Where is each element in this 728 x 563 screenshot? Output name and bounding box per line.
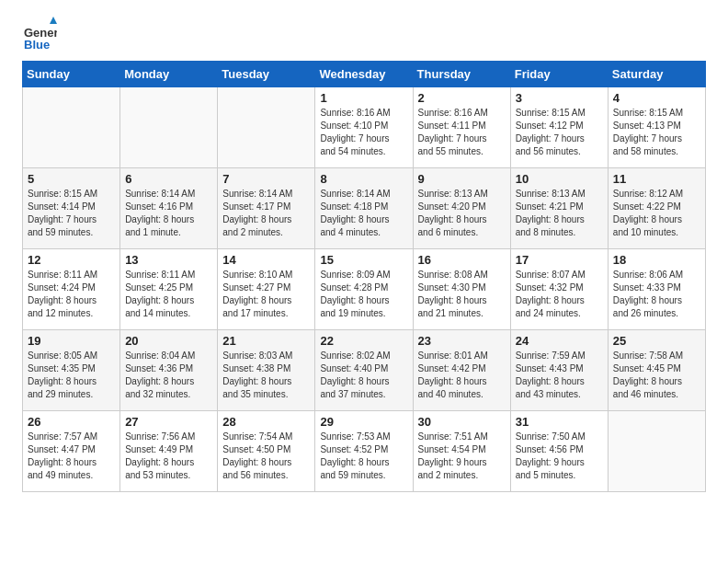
weekday-header-tuesday: Tuesday [218, 62, 315, 87]
calendar-cell: 27Sunrise: 7:56 AM Sunset: 4:49 PM Dayli… [120, 411, 218, 492]
day-number: 17 [516, 253, 603, 267]
calendar-cell: 2Sunrise: 8:16 AM Sunset: 4:11 PM Daylig… [413, 87, 510, 168]
calendar-cell: 6Sunrise: 8:14 AM Sunset: 4:16 PM Daylig… [120, 168, 218, 249]
day-info: Sunrise: 8:03 AM Sunset: 4:38 PM Dayligh… [222, 350, 310, 401]
calendar-cell: 17Sunrise: 8:07 AM Sunset: 4:32 PM Dayli… [510, 249, 608, 330]
week-row-0: 1Sunrise: 8:16 AM Sunset: 4:10 PM Daylig… [23, 87, 706, 168]
day-info: Sunrise: 8:13 AM Sunset: 4:21 PM Dayligh… [516, 188, 603, 239]
calendar-cell: 26Sunrise: 7:57 AM Sunset: 4:47 PM Dayli… [23, 411, 120, 492]
day-number: 30 [418, 415, 506, 429]
day-info: Sunrise: 8:12 AM Sunset: 4:22 PM Dayligh… [613, 188, 700, 239]
day-info: Sunrise: 8:05 AM Sunset: 4:35 PM Dayligh… [28, 350, 115, 401]
day-number: 31 [516, 415, 603, 429]
weekday-header-friday: Friday [510, 62, 608, 87]
day-number: 28 [222, 415, 310, 429]
day-info: Sunrise: 8:15 AM Sunset: 4:12 PM Dayligh… [516, 107, 603, 158]
day-info: Sunrise: 7:59 AM Sunset: 4:43 PM Dayligh… [516, 350, 603, 401]
day-info: Sunrise: 7:56 AM Sunset: 4:49 PM Dayligh… [125, 431, 212, 482]
calendar-cell: 1Sunrise: 8:16 AM Sunset: 4:10 PM Daylig… [315, 87, 413, 168]
calendar-cell: 8Sunrise: 8:14 AM Sunset: 4:18 PM Daylig… [315, 168, 413, 249]
day-info: Sunrise: 8:10 AM Sunset: 4:27 PM Dayligh… [222, 269, 310, 320]
calendar-cell: 28Sunrise: 7:54 AM Sunset: 4:50 PM Dayli… [218, 411, 315, 492]
calendar-cell: 25Sunrise: 7:58 AM Sunset: 4:45 PM Dayli… [608, 330, 705, 411]
day-info: Sunrise: 7:58 AM Sunset: 4:45 PM Dayligh… [613, 350, 700, 401]
day-info: Sunrise: 8:04 AM Sunset: 4:36 PM Dayligh… [125, 350, 212, 401]
day-number: 26 [28, 415, 115, 429]
day-number: 15 [320, 253, 407, 267]
day-number: 12 [28, 253, 115, 267]
day-number: 24 [516, 334, 603, 348]
calendar-cell: 13Sunrise: 8:11 AM Sunset: 4:25 PM Dayli… [120, 249, 218, 330]
day-info: Sunrise: 8:11 AM Sunset: 4:25 PM Dayligh… [125, 269, 212, 320]
calendar-cell: 10Sunrise: 8:13 AM Sunset: 4:21 PM Dayli… [510, 168, 608, 249]
day-info: Sunrise: 8:14 AM Sunset: 4:16 PM Dayligh… [125, 188, 212, 239]
weekday-header-sunday: Sunday [23, 62, 120, 87]
day-info: Sunrise: 8:15 AM Sunset: 4:13 PM Dayligh… [613, 107, 700, 158]
calendar-cell: 20Sunrise: 8:04 AM Sunset: 4:36 PM Dayli… [120, 330, 218, 411]
calendar-cell: 31Sunrise: 7:50 AM Sunset: 4:56 PM Dayli… [510, 411, 608, 492]
weekday-header-monday: Monday [120, 62, 218, 87]
day-info: Sunrise: 8:13 AM Sunset: 4:20 PM Dayligh… [418, 188, 506, 239]
day-number: 18 [613, 253, 700, 267]
day-number: 29 [320, 415, 407, 429]
calendar-cell: 11Sunrise: 8:12 AM Sunset: 4:22 PM Dayli… [608, 168, 705, 249]
calendar-cell: 5Sunrise: 8:15 AM Sunset: 4:14 PM Daylig… [23, 168, 120, 249]
weekday-header-row: SundayMondayTuesdayWednesdayThursdayFrid… [23, 62, 706, 87]
week-row-1: 5Sunrise: 8:15 AM Sunset: 4:14 PM Daylig… [23, 168, 706, 249]
calendar-cell [218, 87, 315, 168]
day-number: 8 [320, 172, 407, 186]
day-number: 16 [418, 253, 506, 267]
calendar-cell: 7Sunrise: 8:14 AM Sunset: 4:17 PM Daylig… [218, 168, 315, 249]
calendar-cell [23, 87, 120, 168]
svg-marker-2 [50, 17, 57, 24]
calendar-cell: 19Sunrise: 8:05 AM Sunset: 4:35 PM Dayli… [23, 330, 120, 411]
week-row-2: 12Sunrise: 8:11 AM Sunset: 4:24 PM Dayli… [23, 249, 706, 330]
day-info: Sunrise: 8:07 AM Sunset: 4:32 PM Dayligh… [516, 269, 603, 320]
calendar-cell: 14Sunrise: 8:10 AM Sunset: 4:27 PM Dayli… [218, 249, 315, 330]
day-number: 7 [222, 172, 310, 186]
day-number: 4 [613, 91, 700, 105]
svg-text:Blue: Blue [24, 38, 50, 52]
day-number: 13 [125, 253, 212, 267]
day-info: Sunrise: 7:57 AM Sunset: 4:47 PM Dayligh… [28, 431, 115, 482]
day-number: 20 [125, 334, 212, 348]
day-info: Sunrise: 8:08 AM Sunset: 4:30 PM Dayligh… [418, 269, 506, 320]
day-info: Sunrise: 8:01 AM Sunset: 4:42 PM Dayligh… [418, 350, 506, 401]
day-info: Sunrise: 7:51 AM Sunset: 4:54 PM Dayligh… [418, 431, 506, 482]
day-info: Sunrise: 8:06 AM Sunset: 4:33 PM Dayligh… [613, 269, 700, 320]
day-number: 10 [516, 172, 603, 186]
page-header: General Blue [0, 0, 728, 61]
day-info: Sunrise: 8:11 AM Sunset: 4:24 PM Dayligh… [28, 269, 115, 320]
weekday-header-wednesday: Wednesday [315, 62, 413, 87]
calendar-cell: 22Sunrise: 8:02 AM Sunset: 4:40 PM Dayli… [315, 330, 413, 411]
calendar-cell [120, 87, 218, 168]
day-info: Sunrise: 8:09 AM Sunset: 4:28 PM Dayligh… [320, 269, 407, 320]
day-number: 25 [613, 334, 700, 348]
day-number: 23 [418, 334, 506, 348]
day-number: 2 [418, 91, 506, 105]
calendar-cell: 30Sunrise: 7:51 AM Sunset: 4:54 PM Dayli… [413, 411, 510, 492]
weekday-header-saturday: Saturday [608, 62, 705, 87]
calendar-cell: 9Sunrise: 8:13 AM Sunset: 4:20 PM Daylig… [413, 168, 510, 249]
day-number: 3 [516, 91, 603, 105]
day-number: 19 [28, 334, 115, 348]
calendar-cell: 21Sunrise: 8:03 AM Sunset: 4:38 PM Dayli… [218, 330, 315, 411]
day-number: 5 [28, 172, 115, 186]
day-info: Sunrise: 7:53 AM Sunset: 4:52 PM Dayligh… [320, 431, 407, 482]
day-number: 1 [320, 91, 407, 105]
day-number: 6 [125, 172, 212, 186]
day-number: 11 [613, 172, 700, 186]
day-info: Sunrise: 7:54 AM Sunset: 4:50 PM Dayligh… [222, 431, 310, 482]
logo-icon: General Blue [22, 17, 57, 52]
weekday-header-thursday: Thursday [413, 62, 510, 87]
calendar-cell: 15Sunrise: 8:09 AM Sunset: 4:28 PM Dayli… [315, 249, 413, 330]
calendar-cell: 18Sunrise: 8:06 AM Sunset: 4:33 PM Dayli… [608, 249, 705, 330]
calendar-cell: 12Sunrise: 8:11 AM Sunset: 4:24 PM Dayli… [23, 249, 120, 330]
calendar-cell: 29Sunrise: 7:53 AM Sunset: 4:52 PM Dayli… [315, 411, 413, 492]
day-info: Sunrise: 8:02 AM Sunset: 4:40 PM Dayligh… [320, 350, 407, 401]
calendar-cell: 24Sunrise: 7:59 AM Sunset: 4:43 PM Dayli… [510, 330, 608, 411]
day-info: Sunrise: 8:14 AM Sunset: 4:18 PM Dayligh… [320, 188, 407, 239]
day-info: Sunrise: 8:14 AM Sunset: 4:17 PM Dayligh… [222, 188, 310, 239]
day-number: 27 [125, 415, 212, 429]
logo: General Blue [22, 17, 61, 52]
